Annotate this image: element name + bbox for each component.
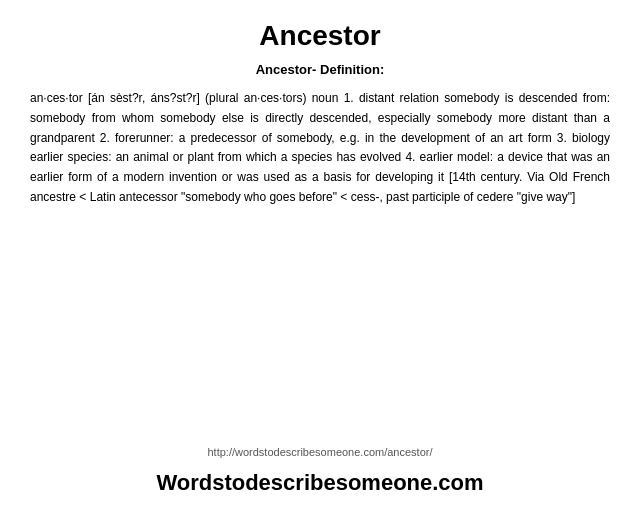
page-title: Ancestor (259, 20, 380, 52)
definition-body: an·ces·tor [án sèst?r, áns?st?r] (plural… (30, 89, 610, 208)
footer-url[interactable]: http://wordstodescribesomeone.com/ancest… (0, 446, 640, 458)
page-container: Ancestor Ancestor- Definition: an·ces·to… (0, 0, 640, 506)
footer-brand: Wordstodescribesomeone.com (0, 470, 640, 496)
definition-header: Ancestor- Definition: (256, 62, 385, 77)
